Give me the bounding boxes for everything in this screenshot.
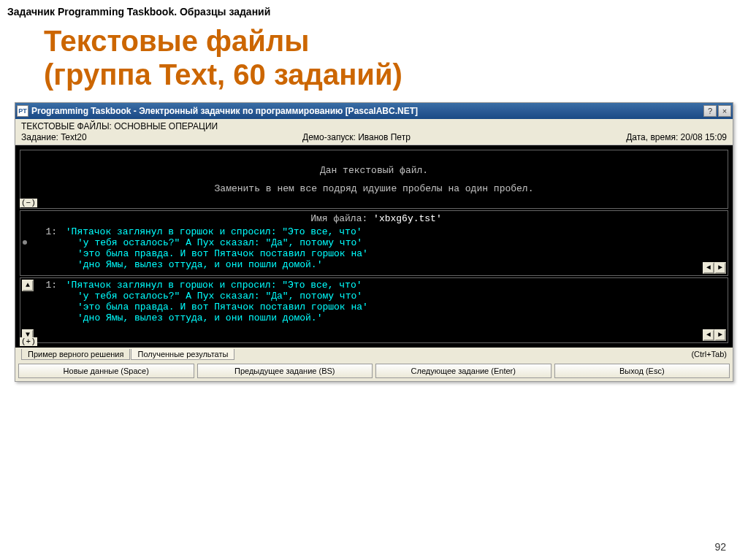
task-id: Задание: Text20 [21, 132, 87, 142]
slide-number: 92 [714, 541, 726, 553]
tab-shortcut-hint: (Ctrl+Tab) [691, 350, 727, 358]
taskbook-window: PT Programming Taskbook - Электронный за… [15, 102, 733, 382]
input-line1: 'Пятачок заглянул в горшок и спросил: "Э… [63, 226, 362, 237]
slide-title-line1: Текстовые файлы [44, 25, 309, 57]
category-label: ТЕКСТОВЫЕ ФАЙЛЫ: ОСНОВНЫЕ ОПЕРАЦИИ [21, 121, 727, 132]
output-line1: 'Пятачок заглянул в горшок и спросил: "Э… [63, 280, 362, 291]
window-title: Programming Taskbook - Электронный задач… [31, 106, 702, 116]
datetime: Дата, время: 20/08 15:09 [626, 132, 727, 142]
tab-results[interactable]: Полученные результаты [131, 349, 234, 360]
scroll-left-icon[interactable]: ◄ [703, 329, 714, 341]
input-line4: 'дно Ямы, вылез оттуда, и они пошли домо… [39, 259, 713, 270]
collapse-marker-icon[interactable]: (−) [20, 199, 37, 207]
input-line-num: 1: [39, 226, 57, 237]
scroll-up-icon[interactable]: ▲ [22, 280, 34, 291]
tab-correct-example[interactable]: Пример верного решения [21, 349, 130, 360]
output-line3: 'это была правда. И вот Пятачок поставил… [39, 302, 713, 312]
input-data-panel: Имя файла: 'xbxg6y.tst' 1: 'Пятачок загл… [20, 210, 728, 276]
console-area: Дан текстовый файл. Заменить в нем все п… [15, 145, 733, 348]
output-data-panel: 1: 'Пятачок заглянул в горшок и спросил:… [20, 277, 728, 343]
filename-label: Имя файла: [310, 213, 367, 224]
output-line2: 'у тебя осталось?" А Пух сказал: "Да", п… [39, 291, 713, 302]
result-tabs: Пример верного решения Полученные резуль… [15, 348, 733, 361]
slide-header: Задачник Programming Taskbook. Образцы з… [0, 0, 748, 20]
demo-user: Демо-запуск: Иванов Петр [302, 132, 411, 142]
slide-title-line2: (группа Text, 60 заданий) [44, 58, 402, 91]
info-panel: ТЕКСТОВЫЕ ФАЙЛЫ: ОСНОВНЫЕ ОПЕРАЦИИ Задан… [15, 119, 733, 145]
expand-marker-icon[interactable]: (+) [20, 337, 37, 346]
scroll-right-icon[interactable]: ► [714, 262, 726, 274]
prev-task-button[interactable]: Предыдущее задание (BS) [197, 364, 373, 378]
filename-value: 'xbxg6y.tst' [373, 213, 442, 224]
output-line-num: 1: [39, 280, 57, 291]
input-line2: 'у тебя осталось?" А Пух сказал: "Да", п… [39, 237, 713, 248]
close-button[interactable]: × [718, 105, 731, 117]
scroll-left-icon[interactable]: ◄ [703, 262, 714, 274]
task-line2: Заменить в нем все подряд идушие пробелы… [28, 180, 720, 199]
task-line1: Дан текстовый файл. [28, 162, 720, 180]
window-titlebar: PT Programming Taskbook - Электронный за… [15, 103, 733, 119]
app-icon: PT [17, 105, 28, 117]
scroll-right-icon[interactable]: ► [714, 329, 726, 341]
output-line4: 'дно Ямы, вылез оттуда, и они пошли домо… [39, 312, 713, 323]
slide-title: Текстовые файлы (группа Text, 60 заданий… [0, 20, 748, 102]
task-description-panel: Дан текстовый файл. Заменить в нем все п… [20, 150, 728, 209]
exit-button[interactable]: Выход (Esc) [554, 364, 730, 378]
new-data-button[interactable]: Новые данные (Space) [18, 364, 194, 378]
help-button[interactable]: ? [703, 105, 717, 117]
input-line3: 'это была правда. И вот Пятачок поставил… [39, 248, 713, 259]
next-task-button[interactable]: Следующее задание (Enter) [375, 364, 552, 378]
bottom-buttons: Новые данные (Space) Предыдущее задание … [15, 361, 733, 381]
